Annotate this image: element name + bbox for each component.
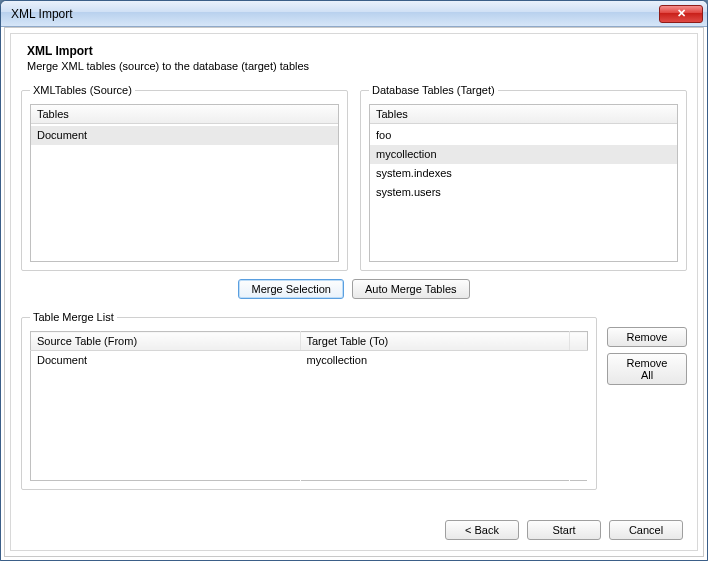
merge-list-group: Table Merge List Source Table (From) Tar… — [21, 311, 597, 490]
remove-all-button[interactable]: Remove All — [607, 353, 687, 385]
source-tables-group: XMLTables (Source) Tables Document — [21, 84, 348, 271]
remove-button[interactable]: Remove — [607, 327, 687, 347]
page-title: XML Import — [27, 44, 687, 58]
merge-list-table[interactable]: Source Table (From) Target Table (To) Do… — [30, 331, 588, 481]
target-tables-header: Tables — [370, 105, 677, 124]
source-tables-legend: XMLTables (Source) — [30, 84, 135, 96]
back-button[interactable]: < Back — [445, 520, 519, 540]
merge-source-cell: Document — [31, 351, 301, 371]
page-subtitle: Merge XML tables (source) to the databas… — [27, 60, 687, 72]
titlebar: XML Import ✕ — [1, 1, 707, 27]
source-tables-list[interactable]: Tables Document — [30, 104, 339, 262]
auto-merge-button[interactable]: Auto Merge Tables — [352, 279, 470, 299]
list-item[interactable]: foo — [370, 126, 677, 145]
window-title: XML Import — [11, 7, 659, 21]
list-item[interactable]: system.indexes — [370, 164, 677, 183]
list-item[interactable]: system.users — [370, 183, 677, 202]
merge-list-side-buttons: Remove Remove All — [607, 311, 687, 385]
start-button[interactable]: Start — [527, 520, 601, 540]
list-item[interactable]: Document — [31, 126, 338, 145]
dialog-window: XML Import ✕ XML Import Merge XML tables… — [0, 0, 708, 561]
content-panel: XML Import Merge XML tables (source) to … — [10, 33, 698, 551]
merge-target-cell: mycollection — [300, 351, 570, 371]
close-icon: ✕ — [677, 7, 686, 20]
merge-col-spacer — [570, 332, 588, 351]
client-area: XML Import Merge XML tables (source) to … — [4, 27, 704, 557]
merge-col-source: Source Table (From) — [31, 332, 301, 351]
merge-buttons-row: Merge Selection Auto Merge Tables — [21, 279, 687, 299]
footer-buttons: < Back Start Cancel — [445, 520, 683, 540]
list-item[interactable]: mycollection — [370, 145, 677, 164]
cancel-button[interactable]: Cancel — [609, 520, 683, 540]
close-button[interactable]: ✕ — [659, 5, 703, 23]
merge-col-target: Target Table (To) — [300, 332, 570, 351]
table-row[interactable]: Document mycollection — [31, 351, 588, 371]
target-tables-list[interactable]: Tables foomycollectionsystem.indexessyst… — [369, 104, 678, 262]
source-tables-header: Tables — [31, 105, 338, 124]
target-tables-group: Database Tables (Target) Tables foomycol… — [360, 84, 687, 271]
merge-list-legend: Table Merge List — [30, 311, 117, 323]
target-tables-legend: Database Tables (Target) — [369, 84, 498, 96]
merge-selection-button[interactable]: Merge Selection — [238, 279, 344, 299]
